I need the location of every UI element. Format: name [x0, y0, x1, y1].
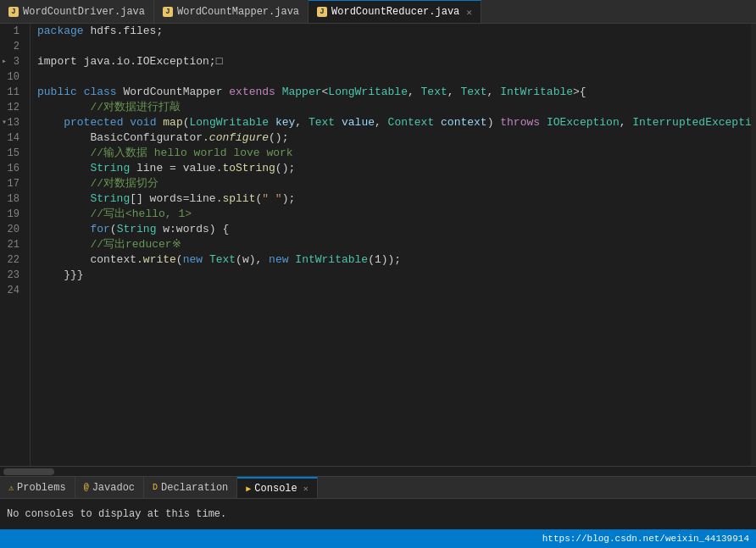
code-editor[interactable]: package hdfs.files; import java.io.IOExc… — [31, 24, 751, 466]
bottom-panel: ⚠ Problems @ Javadoc D Declaration ▶ Con… — [0, 476, 756, 529]
panel-tab-bar: ⚠ Problems @ Javadoc D Declaration ▶ Con… — [0, 477, 756, 499]
gutter-line: 20 — [0, 222, 23, 237]
gutter-line: 1 — [0, 24, 23, 39]
code-line: package hdfs.files; — [37, 24, 744, 39]
fold-icon[interactable]: ▾ — [2, 115, 7, 130]
line-number: 24 — [8, 283, 19, 298]
tab-reducer[interactable]: J WordCountReducer.java ✕ — [309, 0, 481, 23]
code-token: ( — [255, 191, 262, 207]
code-token: IOException — [547, 115, 620, 130]
code-token: //输入数据 hello world love work — [37, 146, 293, 161]
code-token: BasicConfigurator. — [37, 130, 209, 146]
tab-reducer-label: WordCountReducer.java — [331, 6, 459, 18]
code-token: , — [295, 115, 309, 130]
line-number: 19 — [8, 207, 19, 222]
editor-area: 12▸3101112▾131415161718192021222324 pack… — [0, 24, 756, 466]
code-token: , — [447, 85, 461, 100]
code-content: package hdfs.files; import java.io.IOExc… — [31, 24, 751, 298]
gutter-line: 2 — [0, 39, 23, 54]
code-token: hdfs.files; — [84, 24, 164, 39]
code-token: , — [620, 115, 633, 130]
line-number: 12 — [8, 100, 19, 115]
console-icon: ▶ — [246, 484, 251, 494]
console-message: No consoles to display at this time. — [7, 508, 226, 520]
code-token: map — [163, 115, 182, 130]
status-bar: https://blog.csdn.net/weixin_44139914 — [0, 529, 756, 548]
code-line: //对数据切分 — [37, 176, 744, 191]
line-number: 22 — [8, 252, 19, 268]
line-number: 23 — [8, 268, 19, 283]
gutter-line: 19 — [0, 207, 23, 222]
code-token: Mapper — [282, 85, 322, 100]
tab-reducer-icon: J — [317, 7, 327, 17]
code-token: void — [130, 115, 156, 130]
code-token: IntWritable — [500, 85, 573, 100]
code-token: toString — [222, 161, 275, 176]
panel-tab-console[interactable]: ▶ Console ✕ — [237, 477, 317, 498]
tab-reducer-close[interactable]: ✕ — [466, 7, 472, 18]
panel-tab-declaration-label: Declaration — [161, 482, 228, 494]
panel-tab-console-close[interactable]: ✕ — [303, 484, 309, 494]
line-number: 16 — [8, 161, 19, 176]
panel-tab-problems[interactable]: ⚠ Problems — [0, 477, 75, 498]
problems-icon: ⚠ — [8, 483, 14, 493]
code-token — [77, 85, 84, 100]
code-token: }}} — [37, 268, 84, 283]
code-token: ( — [110, 222, 117, 237]
line-number: 10 — [8, 69, 19, 85]
code-token: ( — [176, 252, 183, 268]
code-token — [269, 115, 275, 130]
code-token: LongWritable — [190, 115, 270, 130]
panel-tab-declaration[interactable]: D Declaration — [144, 477, 237, 498]
code-token — [203, 252, 209, 268]
panel-tab-javadoc-label: Javadoc — [92, 482, 135, 494]
code-token: < — [322, 85, 329, 100]
code-token: throws — [500, 115, 540, 130]
code-token: Text — [309, 115, 335, 130]
code-token: " " — [262, 191, 281, 207]
code-token: ) — [487, 115, 501, 130]
line-number: 13 — [8, 115, 19, 130]
code-token: , — [408, 85, 421, 100]
gutter-line: 12 — [0, 100, 23, 115]
code-line: //对数据进行打敲 — [37, 100, 744, 115]
code-token: import java.io.IOException;□ — [37, 54, 222, 69]
gutter-line: 21 — [0, 237, 23, 252]
code-line: String line = value.toString(); — [37, 161, 744, 176]
code-token — [275, 85, 282, 100]
line-number: 20 — [8, 222, 19, 237]
line-number: 3 — [14, 54, 19, 69]
code-token — [123, 115, 130, 130]
tab-mapper-icon: J — [163, 7, 173, 17]
fold-icon[interactable]: ▸ — [2, 54, 7, 69]
line-number: 2 — [14, 39, 19, 54]
code-token: InterruptedException — [632, 115, 751, 130]
code-token — [117, 85, 124, 100]
code-token: Text — [421, 85, 447, 100]
tab-mapper[interactable]: J WordCountMapper.java — [154, 0, 309, 23]
gutter-line: 18 — [0, 191, 23, 207]
tab-driver[interactable]: J WordCountDriver.java — [0, 0, 154, 23]
code-token: //对数据切分 — [37, 176, 158, 191]
code-token: public — [37, 85, 77, 100]
code-token: line = value. — [130, 161, 222, 176]
code-token: configure — [209, 130, 269, 146]
line-number: 17 — [8, 176, 19, 191]
code-token: //写出<hello, 1> — [37, 207, 192, 222]
scrollbar-thumb[interactable] — [3, 468, 54, 475]
panel-tab-javadoc[interactable]: @ Javadoc — [75, 477, 144, 498]
code-line: //写出<hello, 1> — [37, 207, 744, 222]
code-token: write — [143, 252, 176, 268]
code-token: IntWritable — [295, 252, 368, 268]
code-line: String[] words=line.split(" "); — [37, 191, 744, 207]
code-line: BasicConfigurator.configure(); — [37, 130, 744, 146]
code-token — [335, 115, 342, 130]
code-token: w:words) { — [156, 222, 229, 237]
code-token: String — [117, 222, 157, 237]
code-token: class — [84, 85, 117, 100]
code-token: Context — [388, 115, 435, 130]
code-line: //输入数据 hello world love work — [37, 146, 744, 161]
horizontal-scrollbar[interactable] — [0, 466, 756, 476]
gutter-line: 10 — [0, 69, 23, 85]
code-token: //写出reducer※ — [37, 237, 181, 252]
